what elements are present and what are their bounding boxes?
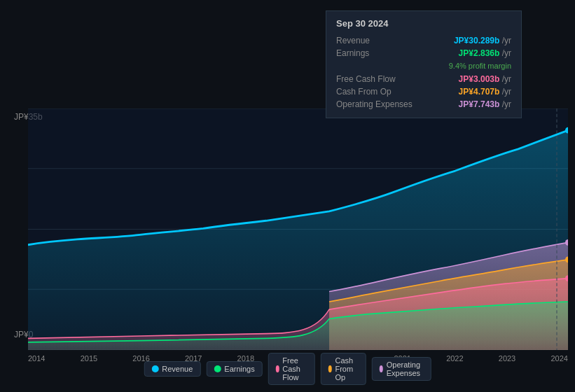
legend-label-cashfromop: Cash From Op: [335, 356, 358, 382]
legend-dot-cashfromop: [328, 365, 332, 372]
legend-fcf[interactable]: Free Cash Flow: [268, 353, 315, 385]
tooltip-value-earnings: JP¥2.836b /yr: [459, 48, 511, 58]
x-label-2023: 2023: [499, 354, 515, 363]
tooltip-row-earnings: Earnings JP¥2.836b /yr: [336, 47, 511, 59]
x-label-2014: 2014: [28, 354, 45, 363]
tooltip-value-fcf: JP¥3.003b /yr: [459, 74, 511, 84]
tooltip-row-opex: Operating Expenses JP¥7.743b /yr: [336, 98, 511, 111]
tooltip-date: Sep 30 2024: [336, 18, 511, 29]
chart-container: Sep 30 2024 Revenue JP¥30.289b /yr Earni…: [0, 0, 575, 392]
legend-dot-opex: [379, 365, 382, 372]
x-label-2024: 2024: [550, 354, 567, 363]
legend-label-earnings: Earnings: [224, 365, 254, 373]
legend-label-fcf: Free Cash Flow: [282, 356, 307, 382]
tooltip-label-cashfromop: Cash From Op: [336, 87, 392, 97]
tooltip-profit-margin: 9.4% profit margin: [449, 61, 511, 71]
tooltip-label-fcf: Free Cash Flow: [336, 74, 396, 84]
chart-svg: [28, 108, 568, 350]
legend-dot-revenue: [151, 365, 158, 372]
tooltip-row-fcf: Free Cash Flow JP¥3.003b /yr: [336, 73, 511, 85]
tooltip-value-revenue: JP¥30.289b /yr: [454, 36, 511, 46]
tooltip-box: Sep 30 2024 Revenue JP¥30.289b /yr Earni…: [326, 10, 522, 118]
legend-label-opex: Operating Expenses: [387, 360, 424, 377]
tooltip-label-opex: Operating Expenses: [336, 99, 413, 109]
legend-revenue[interactable]: Revenue: [144, 361, 200, 377]
tooltip-row-margin: 9.4% profit margin: [336, 59, 511, 73]
legend-opex[interactable]: Operating Expenses: [371, 357, 431, 381]
chart-area: [28, 108, 568, 350]
legend-label-revenue: Revenue: [162, 365, 193, 373]
legend-dot-earnings: [214, 365, 221, 372]
chart-legend: Revenue Earnings Free Cash Flow Cash Fro…: [144, 353, 431, 385]
x-label-2015: 2015: [81, 354, 97, 363]
tooltip-label-revenue: Revenue: [336, 36, 370, 46]
x-label-2022: 2022: [446, 354, 463, 363]
legend-cashfromop[interactable]: Cash From Op: [321, 353, 366, 385]
legend-dot-fcf: [276, 365, 279, 372]
legend-earnings[interactable]: Earnings: [206, 361, 262, 377]
tooltip-label-earnings: Earnings: [336, 48, 369, 58]
tooltip-value-cashfromop: JP¥4.707b /yr: [459, 87, 511, 97]
tooltip-value-opex: JP¥7.743b /yr: [459, 99, 511, 109]
tooltip-row-revenue: Revenue JP¥30.289b /yr: [336, 34, 511, 47]
tooltip-row-cashfromop: Cash From Op JP¥4.707b /yr: [336, 85, 511, 98]
